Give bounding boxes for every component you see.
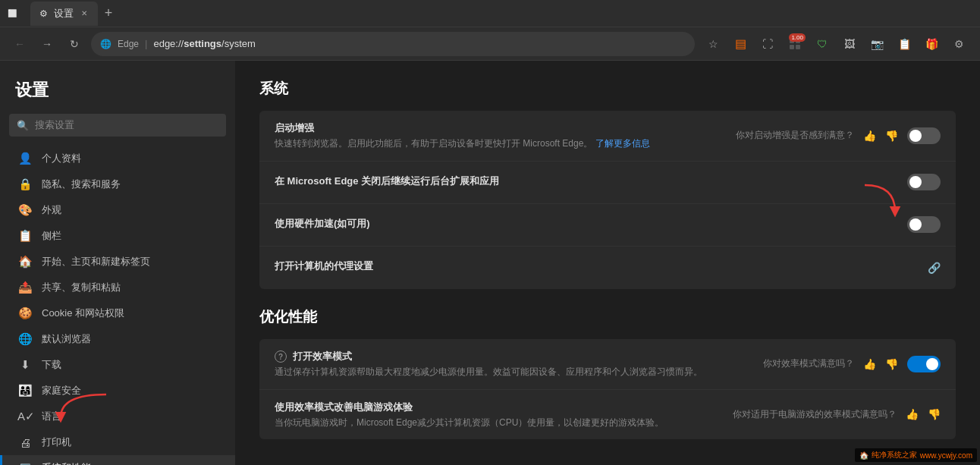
startup-boost-row: 启动增强 快速转到浏览器。启用此功能后，有助于启动设备时更快打开 Microso… xyxy=(259,111,956,162)
watermark-icon: 🏠 xyxy=(859,451,868,460)
profile-icon: 👤 xyxy=(17,152,33,165)
url-bar[interactable]: 🌐 Edge | edge://settings/system xyxy=(91,32,695,56)
svg-rect-3 xyxy=(796,45,800,49)
sidebar-item-label: 个人资料 xyxy=(42,152,81,165)
reading-btn[interactable]: ▤ xyxy=(728,32,752,56)
titlebar: ⬜ ⚙ 设置 ✕ + xyxy=(0,0,980,27)
learn-more-link[interactable]: 了解更多信息 xyxy=(595,138,650,149)
sidebar-item-share[interactable]: 📤 共享、复制和粘贴 xyxy=(0,275,235,300)
startup-boost-info: 启动增强 快速转到浏览器。启用此功能后，有助于启动设备时更快打开 Microso… xyxy=(275,121,736,150)
search-box[interactable]: 🔍 搜索设置 xyxy=(9,114,226,137)
forward-btn[interactable]: → xyxy=(36,33,58,55)
efficiency-mode-toggle-knob xyxy=(926,358,938,370)
sidebar-item-label: 系统和性能 xyxy=(42,461,91,465)
sidebar-item-label: 共享、复制和粘贴 xyxy=(42,281,121,294)
hardware-accel-name: 使用硬件加速(如可用) xyxy=(275,217,907,231)
system-section: 系统 启动增强 快速转到浏览器。启用此功能后，有助于启动设备时更快打开 Micr… xyxy=(259,79,956,289)
proxy-settings-controls: 🔗 xyxy=(928,262,941,274)
sidebar-icon: 📋 xyxy=(17,229,33,243)
proxy-external-link-icon[interactable]: 🔗 xyxy=(928,262,941,274)
refresh-btn[interactable]: ↻ xyxy=(64,33,85,55)
url-favicon: 🌐 xyxy=(100,39,112,49)
continue-running-toggle[interactable] xyxy=(907,174,941,190)
sidebar-item-appearance[interactable]: 🎨 外观 xyxy=(0,197,235,223)
continue-running-controls xyxy=(907,174,941,190)
hardware-accel-row: 使用硬件加速(如可用) xyxy=(259,204,956,247)
image-btn[interactable]: 🖼 xyxy=(837,32,862,56)
browser-settings-btn[interactable]: ⚙ xyxy=(947,32,971,56)
sidebar-item-label: 外观 xyxy=(42,203,61,217)
proxy-settings-name: 打开计算机的代理设置 xyxy=(275,259,928,273)
sidebar-item-label: 下载 xyxy=(42,358,61,372)
sidebar-item-privacy[interactable]: 🔒 隐私、搜索和服务 xyxy=(0,171,235,197)
back-btn[interactable]: ← xyxy=(9,33,30,55)
screenshot-btn[interactable]: 📷 xyxy=(865,32,889,56)
sidebar-title: 设置 xyxy=(0,73,235,114)
content-area: 系统 启动增强 快速转到浏览器。启用此功能后，有助于启动设备时更快打开 Micr… xyxy=(235,61,980,465)
sidebar-item-language[interactable]: A✓ 语言 xyxy=(0,404,235,429)
privacy-icon: 🔒 xyxy=(17,178,33,191)
gaming-thumbdown-btn[interactable]: 👎 xyxy=(928,408,941,420)
sidebar-item-profile[interactable]: 👤 个人资料 xyxy=(0,146,235,171)
printer-icon: 🖨 xyxy=(17,436,33,449)
capture-btn[interactable]: ⛶ xyxy=(755,32,780,56)
sidebar-item-downloads[interactable]: ⬇ 下载 xyxy=(0,352,235,378)
svg-rect-2 xyxy=(790,45,794,49)
new-tab-btn[interactable]: + xyxy=(98,3,119,24)
efficiency-mode-controls: 你对效率模式满意吗？ 👍 👎 xyxy=(763,356,941,372)
sidebar-item-default-browser[interactable]: 🌐 默认浏览器 xyxy=(0,326,235,352)
sidebar-item-system[interactable]: 💻 系统和性能 xyxy=(0,455,235,465)
hardware-accel-toggle[interactable] xyxy=(907,216,941,233)
efficiency-satisfaction-label: 你对效率模式满意吗？ xyxy=(763,357,854,370)
bookmark-btn[interactable]: ☆ xyxy=(701,32,725,56)
sidebar-item-family[interactable]: 👨‍👩‍👧 家庭安全 xyxy=(0,378,235,404)
share-icon: 📤 xyxy=(17,281,33,294)
startup-boost-toggle[interactable] xyxy=(907,127,941,144)
system-settings-card: 启动增强 快速转到浏览器。启用此功能后，有助于启动设备时更快打开 Microso… xyxy=(259,111,956,289)
system-icon: 💻 xyxy=(17,461,33,465)
settings-tab-label: 设置 xyxy=(54,7,74,20)
gaming-efficiency-desc: 当你玩电脑游戏时，Microsoft Edge减少其计算机资源（CPU）使用量，… xyxy=(275,416,733,429)
efficiency-mode-name: ? 打开效率模式 xyxy=(275,350,763,363)
watermark-url: www.ycwjy.com xyxy=(920,451,972,460)
extensions-btn[interactable]: 1.00 xyxy=(783,32,807,56)
sidebar-item-label: 开始、主页和新建标签页 xyxy=(42,255,150,269)
gaming-efficiency-controls: 你对适用于电脑游戏的效率模式满意吗？ 👍 👎 xyxy=(733,408,941,421)
sidebar-item-label: 默认浏览器 xyxy=(42,332,91,346)
settings-tab[interactable]: ⚙ 设置 ✕ xyxy=(30,2,98,26)
proxy-settings-row: 打开计算机的代理设置 🔗 xyxy=(259,247,956,289)
extensions-badge: 1.00 xyxy=(789,33,806,42)
start-icon: 🏠 xyxy=(17,255,33,269)
hardware-accel-controls xyxy=(907,216,941,233)
gaming-efficiency-info: 使用效率模式改善电脑游戏体验 当你玩电脑游戏时，Microsoft Edge减少… xyxy=(275,401,733,429)
sidebar-item-label: 隐私、搜索和服务 xyxy=(42,178,121,191)
proxy-settings-info: 打开计算机的代理设置 xyxy=(275,259,928,275)
efficiency-mode-toggle[interactable] xyxy=(907,356,941,372)
url-label: Edge xyxy=(118,39,139,49)
gift-btn[interactable]: 🎁 xyxy=(919,32,944,56)
downloads-btn[interactable]: 📋 xyxy=(892,32,916,56)
performance-section-title: 优化性能 xyxy=(259,307,956,327)
addressbar: ← → ↻ 🌐 Edge | edge://settings/system ☆ … xyxy=(0,27,980,61)
efficiency-thumbup-btn[interactable]: 👍 xyxy=(863,358,876,370)
watermark-text: 纯净系统之家 xyxy=(872,450,917,460)
window-restore-btn[interactable]: ⬜ xyxy=(6,8,18,20)
sidebar-item-sidebar[interactable]: 📋 侧栏 xyxy=(0,223,235,249)
efficiency-mode-info: ? 打开效率模式 通过保存计算机资源帮助最大程度地减少电源使用量。效益可能因设备… xyxy=(275,350,763,379)
sidebar-item-label: 侧栏 xyxy=(42,229,61,243)
search-icon: 🔍 xyxy=(17,120,29,131)
startup-thumbup-btn[interactable]: 👍 xyxy=(863,130,876,142)
efficiency-mode-row: ? 打开效率模式 通过保存计算机资源帮助最大程度地减少电源使用量。效益可能因设备… xyxy=(259,339,956,390)
sidebar-item-printer[interactable]: 🖨 打印机 xyxy=(0,429,235,455)
tab-close-btn[interactable]: ✕ xyxy=(80,8,89,19)
sidebar-item-start[interactable]: 🏠 开始、主页和新建标签页 xyxy=(0,249,235,275)
sidebar: 设置 🔍 搜索设置 👤 个人资料 🔒 隐私、搜索和服务 🎨 外观 📋 侧栏 🏠 … xyxy=(0,61,235,465)
gaming-thumbup-btn[interactable]: 👍 xyxy=(906,408,919,420)
startup-boost-controls: 你对启动增强是否感到满意？ 👍 👎 xyxy=(736,127,941,144)
shield-btn[interactable]: 🛡 xyxy=(810,32,834,56)
startup-thumbdown-btn[interactable]: 👎 xyxy=(885,130,898,142)
efficiency-question-icon[interactable]: ? xyxy=(275,350,287,363)
sidebar-item-cookies[interactable]: 🍪 Cookie 和网站权限 xyxy=(0,300,235,326)
efficiency-thumbdown-btn[interactable]: 👎 xyxy=(885,358,898,370)
sidebar-item-label: 语言 xyxy=(42,410,61,423)
